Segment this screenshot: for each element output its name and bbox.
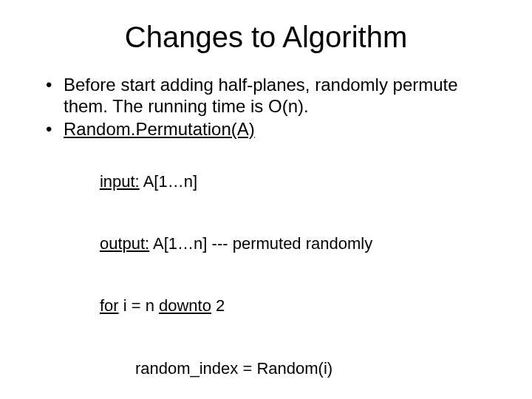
kw-output: output: [100,234,149,253]
kw-input: input: [100,172,140,191]
kw-downto: downto [159,296,211,315]
slide: Changes to Algorithm Before start adding… [0,0,532,399]
kw-for: for [100,296,119,315]
bullet-text-2: Random.Permutation(A) [64,119,255,139]
slide-body: Before start adding half-planes, randoml… [0,75,532,399]
code-line-input: input: A[1…n] [64,150,488,212]
bullet-text-1: Before start adding half-planes, randoml… [64,75,458,116]
code-line-random: random_index = Random(i) [64,338,488,399]
txt-for-2: 2 [211,296,225,315]
pseudocode-block: input: A[1…n] output: A[1…n] --- permute… [43,150,488,399]
txt-output: A[1…n] --- permuted randomly [149,234,372,253]
txt-for-1: i = n [119,296,159,315]
txt-input: A[1…n] [140,172,197,191]
bullet-item-2: Random.Permutation(A) [43,119,488,140]
bullet-item-1: Before start adding half-planes, randoml… [43,75,488,117]
slide-title: Changes to Algorithm [0,0,532,75]
code-line-for: for i = n downto 2 [64,275,488,337]
txt-random: random_index = Random(i) [135,359,332,378]
code-line-output: output: A[1…n] --- permuted randomly [64,213,488,275]
